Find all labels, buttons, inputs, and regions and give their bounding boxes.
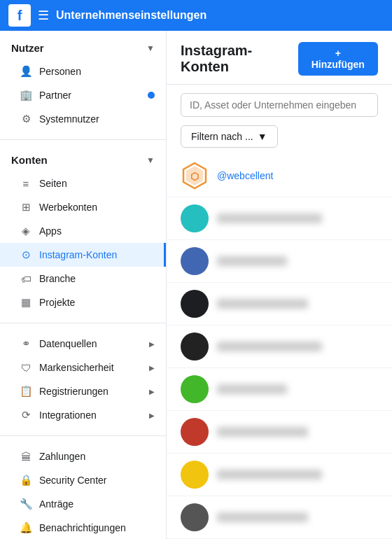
sidebar-item-personen[interactable]: 👤 Personen — [0, 59, 166, 83]
account-avatar — [181, 503, 209, 531]
zahlungen-icon: 🏛 — [20, 450, 32, 463]
sidebar-item-antraege[interactable]: 🔧 Anträge — [0, 492, 166, 516]
instagram-icon: ⊙ — [20, 248, 32, 261]
sidebar-item-label: Security Center — [39, 475, 106, 486]
nutzer-group-label: Nutzer — [11, 42, 44, 54]
sidebar-item-registrierungen[interactable]: 📋 Registrierungen ▶ — [0, 379, 166, 403]
svg-text:⬡: ⬡ — [190, 171, 199, 182]
sidebar-item-zahlungen[interactable]: 🏛 Zahlungen — [0, 444, 166, 468]
account-name-blurred — [217, 427, 308, 437]
sidebar-item-instagram-konten[interactable]: ⊙ Instagram-Konten — [0, 243, 166, 267]
datenquellen-icon: ⚭ — [20, 337, 32, 350]
sidebar-item-label: Zahlungen — [39, 451, 85, 462]
chevron-down-icon: ▼ — [146, 43, 155, 53]
chevron-down-icon: ▼ — [146, 155, 155, 165]
account-avatar — [181, 418, 209, 446]
sidebar-item-markensicherheit[interactable]: 🛡 Markensicherheit ▶ — [0, 356, 166, 379]
list-item[interactable] — [167, 240, 392, 283]
account-name-blurred — [217, 299, 308, 309]
sidebar-item-label: Benachrichtigungen — [39, 522, 126, 533]
fb-logo: f — [8, 4, 31, 27]
main-layout: Nutzer ▼ 👤 Personen 🏢 Partner ⚙ Systemnu… — [0, 31, 392, 539]
konten-group-label: Konten — [11, 154, 48, 166]
sidebar-item-partner[interactable]: 🏢 Partner — [0, 83, 166, 107]
seiten-icon: ≡ — [20, 177, 32, 190]
sidebar-item-label: Integrationen — [39, 410, 97, 421]
integrationen-icon: ⟳ — [20, 409, 32, 421]
sidebar-item-systemnutzer[interactable]: ⚙ Systemnutzer — [0, 107, 166, 131]
person-icon: 👤 — [20, 65, 32, 78]
search-input[interactable] — [181, 93, 378, 117]
systemnutzer-icon: ⚙ — [20, 113, 32, 125]
list-item[interactable] — [167, 454, 392, 496]
account-name-blurred — [217, 256, 287, 266]
account-avatar — [181, 290, 209, 318]
sidebar-item-label: Systemnutzer — [39, 113, 99, 125]
list-item[interactable] — [167, 326, 392, 368]
page-title: Instagram-Konten — [181, 43, 298, 75]
account-avatar — [181, 461, 209, 489]
account-name: @webcellent — [217, 170, 273, 181]
account-list: ⬡ @webcellent — [167, 155, 392, 539]
topbar-title: Unternehmenseinstellungen — [56, 9, 206, 22]
branche-icon: 🏷 — [20, 272, 32, 285]
sidebar-item-integrationen[interactable]: ⟳ Integrationen ▶ — [0, 403, 166, 427]
markensicherheit-icon: 🛡 — [20, 361, 32, 374]
sidebar-item-projekte[interactable]: ▦ Projekte — [0, 290, 166, 314]
sidebar-item-branche[interactable]: 🏷 Branche — [0, 267, 166, 290]
sidebar-section-bottom: 🏛 Zahlungen 🔒 Security Center 🔧 Anträge … — [0, 439, 166, 539]
sidebar-item-label: Partner — [39, 90, 71, 101]
sidebar-item-seiten[interactable]: ≡ Seiten — [0, 172, 166, 195]
sidebar-item-label: Datenquellen — [39, 338, 97, 349]
account-name-blurred — [217, 512, 308, 522]
sidebar-group-konten[interactable]: Konten ▼ — [0, 148, 166, 172]
account-avatar — [181, 247, 209, 275]
werbekonten-icon: ⊞ — [20, 201, 32, 214]
account-avatar — [181, 204, 209, 232]
list-item[interactable]: ⬡ @webcellent — [167, 155, 392, 197]
apps-icon: ◈ — [20, 225, 32, 237]
notification-dot — [148, 92, 155, 99]
account-name-blurred — [217, 214, 322, 223]
list-item[interactable] — [167, 368, 392, 411]
sidebar-section-konten: Konten ▼ ≡ Seiten ⊞ Werbekonten ◈ Apps ⊙… — [0, 143, 166, 320]
left-part: 📋 Registrierungen — [20, 385, 108, 398]
menu-icon[interactable]: ☰ — [38, 8, 49, 23]
sidebar-item-benachrichtigungen[interactable]: 🔔 Benachrichtigungen — [0, 516, 166, 539]
chevron-down-icon: ▼ — [258, 131, 267, 142]
sidebar-item-datenquellen[interactable]: ⚭ Datenquellen ▶ — [0, 332, 166, 356]
sidebar-item-label: Apps — [39, 225, 62, 237]
sidebar-item-werbekonten[interactable]: ⊞ Werbekonten — [0, 195, 166, 219]
sidebar-item-label: Personen — [39, 66, 81, 77]
list-item[interactable] — [167, 283, 392, 326]
sidebar-item-security-center[interactable]: 🔒 Security Center — [0, 468, 166, 492]
filter-button[interactable]: Filtern nach ... ▼ — [181, 125, 278, 148]
chevron-right-icon: ▶ — [149, 412, 155, 419]
add-button[interactable]: + Hinzufügen — [298, 42, 378, 76]
main-content: Instagram-Konten + Hinzufügen Filtern na… — [167, 31, 392, 539]
sidebar-item-label: Instagram-Konten — [39, 249, 117, 260]
sidebar-item-label: Anträge — [39, 498, 74, 510]
account-name-blurred — [217, 384, 287, 394]
partner-icon: 🏢 — [20, 89, 32, 102]
filter-label: Filtern nach ... — [191, 131, 253, 142]
search-bar — [167, 85, 392, 122]
list-item[interactable] — [167, 496, 392, 539]
antraege-icon: 🔧 — [20, 498, 32, 510]
left-part: ⟳ Integrationen — [20, 409, 97, 421]
sidebar-item-label: Projekte — [39, 297, 75, 308]
left-part: 🛡 Markensicherheit — [20, 361, 114, 374]
sidebar-item-apps[interactable]: ◈ Apps — [0, 219, 166, 243]
sidebar-group-nutzer[interactable]: Nutzer ▼ — [0, 36, 166, 59]
list-item[interactable] — [167, 197, 392, 240]
sidebar-item-label: Seiten — [39, 178, 67, 189]
chevron-right-icon: ▶ — [149, 388, 155, 396]
list-item[interactable] — [167, 411, 392, 454]
account-name-blurred — [217, 470, 322, 479]
topbar: f ☰ Unternehmenseinstellungen — [0, 0, 392, 31]
sidebar: Nutzer ▼ 👤 Personen 🏢 Partner ⚙ Systemnu… — [0, 31, 167, 539]
sidebar-divider — [0, 323, 166, 323]
projekte-icon: ▦ — [20, 296, 32, 309]
webcellent-avatar: ⬡ — [181, 162, 209, 190]
sidebar-item-label: Werbekonten — [39, 202, 97, 213]
